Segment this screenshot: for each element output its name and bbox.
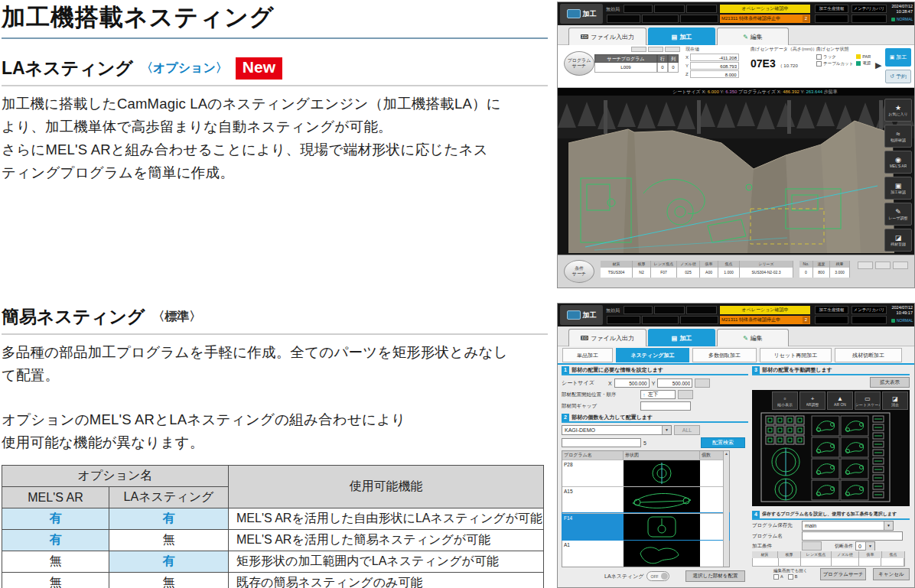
drive-select[interactable]: KAGI-DEMO ▼: [562, 425, 672, 435]
status-segments: [607, 15, 718, 23]
main-tab-bar: ΣD ファイル入出力 ▤ 加工 ✎ 編集: [558, 326, 914, 346]
list-scrollbar[interactable]: ▲: [723, 451, 729, 567]
subtab-remnant-cut[interactable]: 残材切断加工: [835, 348, 902, 362]
laser-adjust-button[interactable]: ✎ レーザ調整: [884, 203, 912, 226]
gap-input[interactable]: [640, 401, 691, 411]
program-name-input[interactable]: [802, 531, 903, 541]
cut-condition-select[interactable]: 0 ▼: [855, 541, 875, 551]
machining-button[interactable]: ▣ 加工: [885, 48, 911, 67]
ar-on-button[interactable]: ▲ AR ON: [827, 391, 853, 410]
checkbox-icon: [788, 574, 793, 580]
chevron-down-icon: ▼: [662, 426, 671, 434]
save-destination-select[interactable]: main ▼: [802, 521, 894, 531]
condition-search-button[interactable]: 条件 サーチ: [564, 260, 594, 283]
play-arrow-icon[interactable]: ▶: [875, 60, 881, 70]
checkbox-b[interactable]: B: [788, 574, 798, 580]
part-row[interactable]: P28: [562, 460, 729, 486]
part-qty: [700, 487, 723, 513]
erase-button[interactable]: ◪ 消去: [882, 391, 908, 410]
favorite-button[interactable]: ★ お気に入り: [884, 99, 912, 122]
yield-label: 歩留率: [824, 89, 838, 94]
monitor-button[interactable]: ▣ 加工確認: [884, 177, 912, 200]
production-info-button[interactable]: 加工生産情報: [815, 5, 848, 13]
segment-label: 無効局: [606, 307, 620, 314]
condition-mini-table: 材質 板厚 レンズ焦点 ノズル径 倍率 焦点: [752, 551, 905, 567]
table-cut-checkbox[interactable]: テーブルカット: [816, 61, 853, 67]
tool-label: MEL'S AR: [890, 164, 907, 168]
subtab-multiple[interactable]: 多数個取加工: [692, 348, 757, 362]
program-name-row: プログラム名: [752, 531, 903, 541]
zoom-display-button[interactable]: 拡大表示: [870, 377, 910, 388]
network-status: NORMAL: [891, 318, 913, 323]
green-legend-icon: [856, 61, 861, 66]
mini-buttons[interactable]: [631, 47, 680, 52]
tool-label: お気に入り: [888, 112, 907, 116]
tab-machining[interactable]: ▤ 加工: [648, 28, 715, 45]
la-nesting-toggle[interactable]: OFF: [646, 571, 669, 581]
condition-detail-button[interactable]: [802, 541, 822, 551]
operation-status-bar: オペレーション確認中: [720, 306, 810, 314]
ar-icon: ▲: [837, 395, 843, 402]
datetime: 2024/07/12 10:49:17: [889, 305, 913, 316]
tool-label: 加工確認: [891, 190, 906, 194]
cut-condition-value: 0: [856, 544, 865, 549]
condition-table-2: No. 速度 残量 0 800 3.000: [799, 261, 850, 278]
subtab-nesting[interactable]: ネスティング加工: [616, 348, 689, 362]
reserve-button[interactable]: ↺ 予約: [885, 70, 911, 83]
melsar-camera-button[interactable]: ◉ MEL'S AR: [884, 151, 912, 174]
col-program-name: プログラム名: [562, 451, 624, 460]
program-search-button[interactable]: プログラム サーチ: [564, 51, 594, 76]
disabled-buttons[interactable]: [858, 262, 908, 269]
tab-machining[interactable]: ▤ 加工: [648, 329, 715, 346]
part-row[interactable]: A1: [562, 540, 729, 567]
camera-view: [558, 96, 914, 255]
place-selected-button[interactable]: 選択した部材を配置: [685, 570, 745, 582]
filter-input[interactable]: [562, 438, 641, 447]
machining-panel: プログラム サーチ サーチプログラム 行 列 L009 0 0 現在値: [558, 45, 914, 88]
tab-file-io[interactable]: ΣD ファイル入出力: [568, 329, 646, 346]
document-column: 加工機搭載ネスティング LAネスティング 〈オプション〉 New 加工機に搭載し…: [2, 0, 548, 588]
shrink-view-button[interactable]: ▫ 縮小表示: [772, 391, 798, 410]
path-check-button[interactable]: ≈ 軌跡確認: [884, 125, 912, 148]
part-row-selected[interactable]: F14: [562, 513, 729, 540]
mode-indicator: 加工: [560, 4, 603, 24]
la-cell: 無: [109, 573, 229, 588]
subtab-restart[interactable]: リセット再開加工: [760, 348, 832, 362]
cancel-button[interactable]: キャンセル: [873, 568, 910, 580]
sheet-y-input[interactable]: [657, 378, 692, 388]
tab-edit[interactable]: ✎ 編集: [717, 329, 789, 346]
drive-select-row: KAGI-DEMO ▼ ALL: [562, 425, 700, 435]
yellow-legend-icon: [856, 54, 861, 59]
program-search-button[interactable]: プログラムサーチ: [820, 568, 866, 580]
button-label: 加工: [896, 54, 907, 61]
tab-edit[interactable]: ✎ 編集: [717, 28, 789, 45]
place-search-button[interactable]: 配置検索: [701, 437, 745, 448]
maintenance-button[interactable]: メンテ/リカバリ: [852, 306, 887, 314]
pencil-icon: ✎: [743, 335, 748, 342]
legend-label: PAR: [862, 54, 871, 59]
eraser-icon: ◪: [892, 395, 898, 402]
mode-indicator: 加工: [560, 305, 603, 325]
remnant-register-button[interactable]: ◪ 残材登録: [884, 229, 912, 252]
sheet-scale-button[interactable]: ▭ シートスケール: [855, 391, 881, 410]
tab-label: 加工: [679, 334, 692, 343]
subtab-single[interactable]: 単品加工: [562, 348, 613, 362]
legend-label: 電源: [862, 60, 871, 66]
step-title: 部材の配置に必要な情報を設定します: [571, 366, 663, 374]
ar-adjust-button[interactable]: + AR調整: [799, 391, 825, 410]
maintenance-button[interactable]: メンテ/リカバリ: [852, 5, 887, 13]
status-segments: [607, 316, 718, 324]
production-info-button[interactable]: 加工生産情報: [815, 306, 848, 314]
sheet-x: 6.000: [708, 89, 719, 94]
gap-label: 部材間ギャップ: [562, 403, 638, 410]
start-detail-button[interactable]: [678, 390, 693, 399]
all-button[interactable]: ALL: [674, 425, 700, 435]
checkbox-a[interactable]: A: [773, 574, 783, 580]
toggle-knob: [661, 573, 668, 580]
sheet-x-input[interactable]: [614, 378, 650, 388]
tab-file-io[interactable]: ΣD ファイル入出力: [568, 28, 646, 45]
part-row[interactable]: A15: [562, 486, 729, 513]
shield-icon: [891, 18, 895, 21]
rack-checkbox[interactable]: ラック: [816, 54, 853, 60]
sheet-detail-button[interactable]: [695, 378, 710, 388]
